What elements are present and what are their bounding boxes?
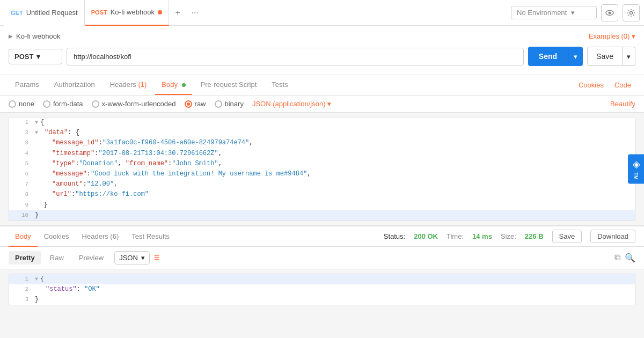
nav-right-tabs: Cookies Code — [574, 76, 635, 94]
tab-body[interactable]: Body — [155, 75, 192, 95]
radio-binary — [215, 100, 222, 108]
tab-authorization[interactable]: Authorization — [48, 75, 101, 95]
response-format-tabs: Pretty Raw Preview JSON ▾ ≡ ⧉ 🔍 — [0, 247, 644, 269]
request-section: ▶ Ko-fi webhook Examples (0) ▾ POST ▾ Se… — [0, 26, 644, 75]
environment-select[interactable]: No Environment ▾ — [511, 6, 597, 19]
format-pretty[interactable]: Pretty — [9, 251, 41, 264]
size-label: Size: — [501, 232, 516, 240]
code-line-3: 3 "message_id":"3a1fac0c-f960-4506-a60e-… — [9, 138, 635, 148]
method-arrow: ▾ — [36, 53, 40, 61]
response-tabs-bar: Body Cookies Headers (6) Test Results St… — [0, 225, 644, 247]
code-line-2: 2 ▼ "data": { — [9, 128, 635, 138]
response-line-2: 2 "status": "OK" — [9, 284, 635, 295]
request-nav-tabs: Params Authorization Headers (1) Body Pr… — [0, 75, 644, 95]
env-dropdown-arrow: ▾ — [571, 9, 575, 17]
url-bar: POST ▾ Send ▾ Save ▾ — [9, 42, 635, 70]
side-hint-tm: TM — [633, 173, 639, 180]
option-raw[interactable]: raw — [185, 100, 206, 108]
eye-icon[interactable] — [601, 4, 618, 21]
option-none[interactable]: none — [9, 100, 34, 108]
format-type-select[interactable]: JSON ▾ — [114, 251, 150, 264]
side-hint-symbol: ◈ — [631, 158, 641, 170]
tab-post-kofi[interactable]: POST Ko-fi webhook — [85, 0, 169, 26]
tab-unsaved-dot — [158, 10, 162, 14]
beautify-button[interactable]: Beautify — [610, 100, 635, 108]
examples-link[interactable]: Examples (0) ▾ — [589, 32, 635, 40]
code-line-4: 4 "timestamp":"2017-08-21T13:04:30.72961… — [9, 149, 635, 159]
method-select[interactable]: POST ▾ — [9, 49, 62, 64]
copy-icon[interactable]: ⧉ — [614, 253, 620, 262]
code-line-7: 7 "amount":"12.00", — [9, 179, 635, 189]
time-value: 14 ms — [472, 232, 492, 240]
option-urlencoded[interactable]: x-www-form-urlencoded — [92, 100, 176, 108]
side-hint-icon[interactable]: ◈ TM — [628, 154, 644, 183]
format-type-label: JSON — [119, 254, 138, 262]
code-line-1: 1 ▼ { — [9, 117, 635, 128]
code-line-5: 5 "type":"Donation", "from_name":"John S… — [9, 159, 635, 169]
response-line-3: 3 } — [9, 295, 635, 305]
tab-method-post: POST — [91, 9, 107, 16]
radio-raw — [185, 100, 192, 108]
body-options: none form-data x-www-form-urlencoded raw… — [0, 95, 644, 113]
response-save-button[interactable]: Save — [552, 230, 582, 243]
more-tabs-button[interactable]: ··· — [186, 4, 203, 21]
top-bar: GET Untitled Request POST Ko-fi webhook … — [0, 0, 644, 26]
code-line-9: 9 } — [9, 200, 635, 210]
size-value: 226 B — [525, 232, 544, 240]
json-type-select[interactable]: JSON (application/json) ▾ — [252, 100, 332, 108]
response-download-button[interactable]: Download — [590, 230, 635, 243]
code-link[interactable]: Code — [610, 76, 635, 94]
breadcrumb-arrow: ▶ — [9, 33, 13, 39]
svg-point-1 — [609, 11, 611, 14]
format-right-tools: ⧉ 🔍 — [614, 253, 635, 263]
save-dropdown-button[interactable]: ▾ — [623, 47, 635, 66]
tab-get-untitled[interactable]: GET Untitled Request — [4, 0, 85, 26]
radio-form-data — [43, 100, 50, 108]
response-meta: Status: 200 OK Time: 14 ms Size: 226 B S… — [384, 230, 635, 243]
option-binary[interactable]: binary — [215, 100, 244, 108]
response-tab-headers[interactable]: Headers (6) — [76, 227, 126, 247]
cookies-link[interactable]: Cookies — [574, 76, 608, 94]
env-label: No Environment — [517, 9, 567, 17]
request-code-editor[interactable]: 1 ▼ { 2 ▼ "data": { 3 "message_id":"3a1f… — [9, 117, 635, 221]
radio-raw-inner — [187, 102, 190, 106]
body-active-dot — [182, 83, 186, 87]
settings-icon[interactable] — [623, 4, 640, 21]
response-line-1: 1 ▼ { — [9, 274, 635, 284]
send-dropdown-button[interactable]: ▾ — [568, 47, 583, 66]
wrap-icon[interactable]: ≡ — [154, 252, 160, 263]
new-tab-button[interactable]: + — [169, 4, 186, 21]
option-form-data[interactable]: form-data — [43, 100, 83, 108]
response-headers-badge: (6) — [110, 232, 119, 240]
method-label: POST — [14, 53, 33, 61]
tab-headers[interactable]: Headers (1) — [104, 75, 153, 95]
radio-urlencoded — [92, 100, 99, 108]
response-tab-cookies[interactable]: Cookies — [38, 227, 76, 247]
code-line-10: 10 } — [9, 210, 635, 221]
search-response-icon[interactable]: 🔍 — [625, 253, 635, 263]
tab-method-get: GET — [11, 10, 23, 16]
status-label: Status: — [384, 232, 405, 240]
format-preview[interactable]: Preview — [72, 251, 110, 264]
svg-point-2 — [630, 11, 633, 14]
radio-none — [9, 100, 16, 108]
response-tab-test-results[interactable]: Test Results — [125, 227, 176, 247]
tab-name-untitled: Untitled Request — [26, 9, 78, 17]
format-raw[interactable]: Raw — [43, 251, 70, 264]
response-code-editor[interactable]: 1 ▼ { 2 "status": "OK" 3 } — [9, 274, 635, 306]
format-type-arrow: ▾ — [141, 254, 145, 262]
tab-name-kofi: Ko-fi webhook — [111, 8, 155, 16]
time-label: Time: — [447, 232, 464, 240]
tab-prerequest[interactable]: Pre-request Script — [194, 75, 264, 95]
tab-params[interactable]: Params — [9, 75, 46, 95]
tab-tests[interactable]: Tests — [265, 75, 294, 95]
breadcrumb-name: Ko-fi webhook — [16, 32, 60, 40]
status-value: 200 OK — [414, 232, 438, 240]
environment-area: No Environment ▾ — [511, 4, 640, 21]
code-line-6: 6 "message":"Good luck with the integrat… — [9, 169, 635, 179]
save-button[interactable]: Save — [587, 47, 623, 66]
response-section: Body Cookies Headers (6) Test Results St… — [0, 225, 644, 306]
response-tab-body[interactable]: Body — [9, 227, 38, 247]
url-input[interactable] — [67, 48, 524, 65]
send-button[interactable]: Send — [528, 47, 568, 66]
